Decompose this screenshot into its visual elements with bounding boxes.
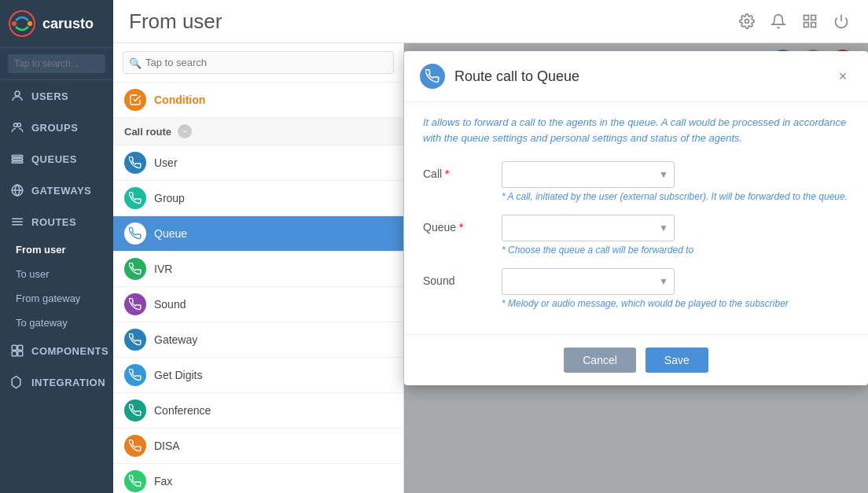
carusto-logo [8, 9, 36, 38]
queues-icon [9, 151, 25, 167]
routes-icon [9, 214, 25, 230]
sidebar-search-area [0, 48, 113, 80]
modal-footer: Cancel Save [404, 334, 868, 385]
save-button[interactable]: Save [645, 348, 708, 373]
call-label: Call * [423, 161, 502, 180]
route-item-label: Group [154, 192, 185, 204]
app-name: carusto [42, 16, 94, 32]
queue-select-wrap: ▼ [502, 215, 675, 241]
svg-rect-6 [12, 156, 23, 157]
sidebar-item-groups[interactable]: GROUPS [0, 112, 113, 143]
condition-label: Condition [154, 94, 205, 106]
cancel-button[interactable]: Cancel [564, 348, 636, 373]
search-icon: 🔍 [129, 57, 142, 68]
sidebar-item-users[interactable]: USERS [0, 80, 113, 112]
overlay-search-area: 🔍 [113, 43, 403, 83]
integration-label: INTEGRATION [31, 377, 105, 388]
modal-header: Route call to Queue × [404, 51, 868, 102]
route-item-label: DISA [154, 440, 180, 452]
modal-description: It allows to forward a call to the agent… [423, 115, 849, 145]
sidebar-item-from-gateway[interactable]: From gateway [0, 286, 113, 311]
sidebar-item-queues[interactable]: QUEUES [0, 143, 113, 175]
route-item-disa[interactable]: DISA [113, 429, 403, 464]
route-item-label: User [154, 156, 178, 169]
grid-icon[interactable] [799, 10, 821, 32]
routes-label: ROUTES [31, 216, 76, 228]
logo-area: carusto [0, 0, 113, 48]
route-item-label: Gateway [154, 333, 197, 346]
main-content: From user [113, 0, 868, 493]
sound-select[interactable] [502, 268, 675, 295]
condition-icon [124, 89, 146, 111]
call-hint: * A call, initiated by the user (externa… [502, 191, 849, 202]
sidebar-search-input[interactable] [8, 54, 105, 73]
overlay-search-input[interactable] [123, 51, 394, 74]
route-item-sound[interactable]: Sound [113, 287, 403, 322]
sidebar-item-components[interactable]: COMPONENTS [0, 335, 113, 366]
overlay-left-panel: 🔍 Condition Call route − UserGroupQueueI… [113, 43, 404, 493]
route-item-queue[interactable]: Queue [113, 216, 403, 252]
integration-icon [9, 374, 25, 390]
route-item-label: IVR [154, 263, 172, 275]
modal-body: It allows to forward a call to the agent… [404, 102, 868, 334]
svg-rect-15 [804, 16, 809, 20]
svg-point-14 [745, 20, 749, 24]
route-item-gateway[interactable]: Gateway [113, 322, 403, 358]
route-item-label: Get Digits [154, 369, 202, 381]
routes-subnav: From user To user From gateway To gatewa… [0, 237, 113, 335]
groups-label: GROUPS [31, 122, 78, 134]
sound-form-group: Sound ▼ * Melody or audio message, which… [423, 268, 849, 309]
page-title: From user [129, 9, 222, 34]
route-item-label: Conference [154, 404, 211, 417]
bell-icon[interactable] [767, 10, 789, 32]
svg-rect-10 [12, 345, 17, 350]
components-icon [9, 343, 25, 359]
svg-rect-13 [18, 351, 23, 356]
modal-header-icon [420, 64, 445, 89]
route-item-label: Fax [154, 475, 172, 487]
svg-rect-17 [804, 23, 809, 28]
route-item-fax[interactable]: Fax [113, 464, 403, 493]
queues-label: QUEUES [31, 153, 77, 165]
svg-rect-18 [811, 23, 816, 28]
call-select-wrap: ▼ [502, 161, 675, 188]
settings-icon[interactable] [736, 10, 758, 32]
route-item-label: Sound [154, 298, 186, 311]
sound-hint: * Melody or audio message, which would b… [502, 298, 849, 309]
queue-hint: * Choose the queue a call will be forwar… [502, 245, 849, 256]
route-item-group[interactable]: Group [113, 181, 403, 216]
header-icons [736, 10, 852, 32]
overlay: 🔍 Condition Call route − UserGroupQueueI… [113, 43, 868, 493]
route-item-conference[interactable]: Conference [113, 393, 403, 429]
call-field: ▼ * A call, initiated by the user (exter… [502, 161, 849, 202]
power-icon[interactable] [830, 10, 852, 32]
sidebar-item-to-gateway[interactable]: To gateway [0, 311, 113, 335]
route-item-ivr[interactable]: IVR [113, 252, 403, 287]
call-route-minus-button[interactable]: − [178, 124, 192, 138]
condition-item[interactable]: Condition [113, 83, 403, 118]
sidebar-item-from-user[interactable]: From user [0, 237, 113, 262]
sidebar-item-to-user[interactable]: To user [0, 262, 113, 286]
route-item-get-digits[interactable]: Get Digits [113, 358, 403, 393]
sound-label: Sound [423, 268, 502, 287]
sidebar-item-integration[interactable]: INTEGRATION [0, 366, 113, 398]
route-items-list: UserGroupQueueIVRSoundGatewayGet DigitsC… [113, 145, 403, 493]
call-select[interactable] [502, 161, 675, 188]
sidebar-item-routes[interactable]: ROUTES [0, 206, 113, 237]
queue-label: Queue * [423, 215, 502, 234]
users-label: USERS [31, 90, 68, 102]
svg-point-1 [12, 21, 17, 26]
route-item-user[interactable]: User [113, 145, 403, 181]
gateways-icon [9, 182, 25, 198]
queue-select[interactable] [502, 215, 675, 241]
sound-select-wrap: ▼ [502, 268, 675, 295]
sidebar-nav: USERS GROUPS QUEUES GATEWAYS ROUTES [0, 80, 113, 493]
users-icon [9, 88, 25, 104]
modal-close-button[interactable]: × [833, 67, 852, 86]
main-header: From user [113, 0, 868, 43]
sidebar-item-gateways[interactable]: GATEWAYS [0, 175, 113, 206]
modal-dialog: Route call to Queue × It allows to forwa… [404, 51, 868, 385]
components-label: COMPONENTS [31, 345, 108, 357]
call-route-label: Call route [124, 126, 171, 138]
svg-rect-7 [12, 158, 23, 160]
